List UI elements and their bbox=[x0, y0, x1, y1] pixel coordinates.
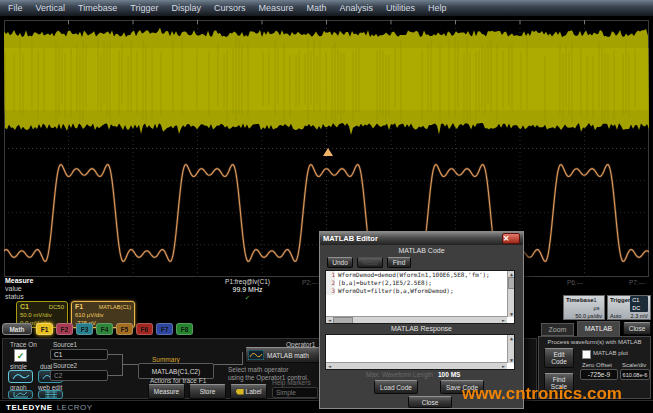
c1-scale: 50.0 mV/div bbox=[20, 311, 52, 319]
menu-vertical[interactable]: Vertical bbox=[36, 3, 66, 13]
teledyne-logo: TELEDYNE bbox=[6, 403, 53, 412]
menu-file[interactable]: File bbox=[8, 3, 23, 13]
value-row-label: value bbox=[5, 285, 22, 293]
dialog-title-bar[interactable]: MATLAB Editor ✕ bbox=[320, 232, 523, 245]
menu-measure[interactable]: Measure bbox=[258, 3, 293, 13]
f1-label: F1 bbox=[75, 303, 83, 311]
menu-bar: File Vertical Timebase Trigger Display C… bbox=[0, 0, 653, 17]
code-line: 2[b,a]=butter(2,1E5/2.5E8); bbox=[326, 279, 514, 287]
trigger-descriptor[interactable]: TriggerC1 DC Auto2.3 mV EdgePositive bbox=[607, 295, 651, 320]
scale-div-field[interactable]: 610.08e-6 bbox=[620, 369, 650, 380]
c1-label: C1 bbox=[20, 303, 29, 311]
load-code-button[interactable]: Load Code bbox=[374, 380, 418, 394]
tab-f1[interactable]: F1 bbox=[36, 323, 53, 335]
scroll-down-icon[interactable]: ▼ bbox=[508, 311, 515, 317]
dialog-close-icon[interactable]: ✕ bbox=[502, 233, 520, 244]
source2-label: Source2 bbox=[53, 362, 77, 369]
matlab-editor-dialog: MATLAB Editor ✕ MATLAB Code Undo Redo Fi… bbox=[319, 231, 524, 409]
single-label: single bbox=[10, 363, 27, 370]
tab-zoom[interactable]: Zoom bbox=[541, 323, 574, 336]
tab-f3[interactable]: F3 bbox=[76, 323, 93, 335]
menu-timebase[interactable]: Timebase bbox=[78, 3, 117, 13]
p1-value: 99.9 MHz bbox=[195, 286, 300, 294]
code-line: 1WformDemod=demod(WformIn1,100E6,5E8,'fm… bbox=[326, 271, 514, 279]
scroll-left-icon[interactable]: ◄ bbox=[326, 317, 333, 323]
connector-line bbox=[122, 354, 123, 376]
tab-f5[interactable]: F5 bbox=[116, 323, 133, 335]
zero-offset-field[interactable]: -725e-9 bbox=[580, 369, 618, 380]
scroll-right-icon[interactable]: ► bbox=[500, 317, 507, 323]
dialog-title: MATLAB Editor bbox=[323, 234, 502, 243]
status-row-label: status bbox=[5, 293, 24, 301]
response-area[interactable]: ▲▼ ◄► bbox=[325, 334, 515, 370]
p1-status: ✓ bbox=[195, 294, 300, 302]
code-hscrollbar[interactable]: ◄ ► bbox=[326, 316, 507, 323]
graph-icon bbox=[13, 391, 29, 398]
actions-label: Actions for trace F1 bbox=[150, 377, 206, 384]
oscilloscope-screen: File Vertical Timebase Trigger Display C… bbox=[0, 0, 653, 413]
label-button[interactable]: Label bbox=[230, 384, 267, 399]
menu-analysis[interactable]: Analysis bbox=[339, 3, 373, 13]
menu-math[interactable]: Math bbox=[306, 3, 326, 13]
tab-f4[interactable]: F4 bbox=[96, 323, 113, 335]
max-wform-value: 100 MS bbox=[438, 371, 460, 378]
store-button[interactable]: Store bbox=[189, 384, 226, 399]
menu-utilities[interactable]: Utilities bbox=[386, 3, 415, 13]
web-edit-button[interactable] bbox=[38, 390, 63, 399]
measure-p6[interactable]: P6:--- bbox=[545, 279, 605, 287]
timebase-descriptor[interactable]: Timebase1 μs 50.0 μs/div 250 kS500 MS/s bbox=[563, 295, 605, 320]
matlab-plot-label: MATLAB plot bbox=[593, 350, 628, 356]
help-markers-label: Help Markers bbox=[272, 379, 311, 386]
find-button[interactable]: Find bbox=[387, 257, 411, 268]
source2-select[interactable]: C2 bbox=[50, 370, 108, 381]
measure-p7[interactable]: P7:--- bbox=[612, 279, 653, 287]
response-vscrollbar[interactable]: ▲▼ bbox=[507, 335, 514, 363]
matlab-response-header: MATLAB Response bbox=[320, 325, 523, 332]
dialog-close-button[interactable]: Close bbox=[408, 396, 452, 408]
connector-line bbox=[108, 375, 122, 376]
tab-f2[interactable]: F2 bbox=[56, 323, 73, 335]
scale-div-label: Scale/div bbox=[622, 362, 646, 368]
menu-help[interactable]: Help bbox=[428, 3, 447, 13]
tab-f6[interactable]: F6 bbox=[136, 323, 153, 335]
menu-cursors[interactable]: Cursors bbox=[214, 3, 246, 13]
lecroy-logo: LECROY bbox=[57, 403, 93, 412]
right-close-button[interactable]: Close bbox=[623, 322, 651, 335]
menu-display[interactable]: Display bbox=[171, 3, 201, 13]
graph-button[interactable] bbox=[8, 390, 33, 399]
connector-line bbox=[108, 354, 122, 355]
tab-matlab[interactable]: MATLAB bbox=[577, 321, 620, 336]
source1-select[interactable]: C1 bbox=[50, 349, 108, 360]
trace-on-checkbox[interactable]: ✓ bbox=[14, 349, 27, 362]
site-watermark: www.cntronics.com bbox=[462, 384, 622, 404]
trace-on-label: Trace On bbox=[10, 341, 37, 348]
edit-code-button[interactable]: Edit Code bbox=[544, 348, 574, 368]
tab-f7[interactable]: F7 bbox=[156, 323, 173, 335]
f1-function: MATLAB(C1) bbox=[99, 303, 131, 311]
label-tag-icon bbox=[236, 389, 244, 395]
f1-scale: 610 μV/div bbox=[75, 311, 103, 319]
zero-offset-label: Zero Offset bbox=[582, 362, 612, 368]
matlab-operator-icon bbox=[248, 350, 264, 360]
tab-f8[interactable]: F8 bbox=[176, 323, 193, 335]
undo-button[interactable]: Undo bbox=[327, 257, 353, 268]
code-vscrollbar[interactable]: ▲ ▼ bbox=[507, 271, 514, 317]
measure-row-label: Measure bbox=[5, 277, 33, 285]
response-hscrollbar[interactable]: ◄► bbox=[326, 362, 507, 369]
single-fx-icon bbox=[12, 372, 30, 381]
matlab-code-header: MATLAB Code bbox=[320, 247, 523, 254]
c1-coupling: DC50 bbox=[49, 303, 64, 311]
summary-label: Summary bbox=[152, 356, 180, 363]
code-editor[interactable]: 1WformDemod=demod(WformIn1,100E6,5E8,'fm… bbox=[325, 270, 515, 324]
help-markers-select[interactable]: Simple bbox=[272, 387, 318, 398]
max-wform-label: Max. Waveform Length bbox=[366, 371, 433, 378]
connector-line bbox=[242, 352, 243, 365]
single-function-button[interactable] bbox=[8, 370, 33, 383]
source1-label: Source1 bbox=[53, 341, 77, 348]
redo-button[interactable]: Redo bbox=[357, 257, 383, 268]
measure-button[interactable]: Measure bbox=[148, 384, 185, 399]
menu-trigger[interactable]: Trigger bbox=[130, 3, 158, 13]
tab-math[interactable]: Math bbox=[2, 323, 32, 335]
matlab-plot-checkbox[interactable] bbox=[582, 350, 591, 359]
process-panel-title: Process waveform(s) with MATLAB bbox=[538, 339, 651, 345]
